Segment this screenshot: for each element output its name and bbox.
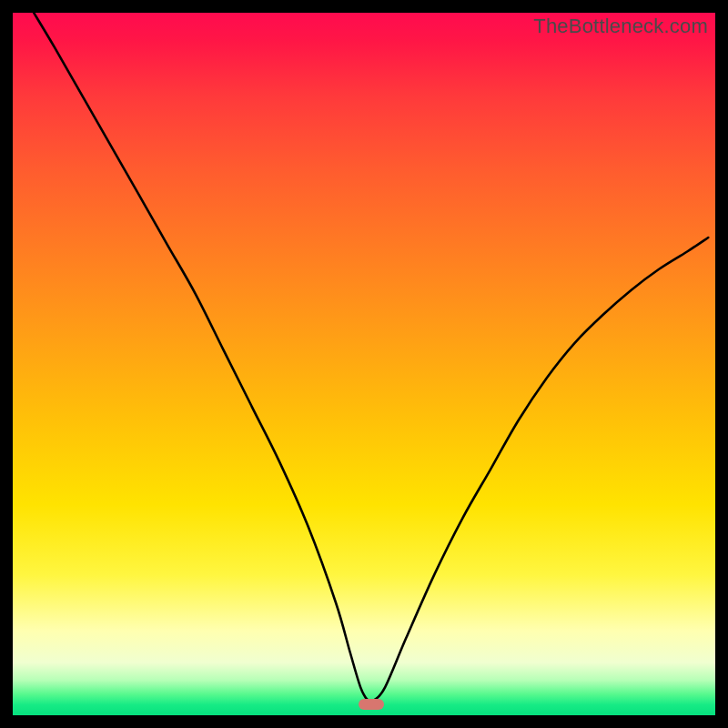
bottleneck-curve (34, 13, 708, 702)
chart-frame: TheBottleneck.com (13, 13, 715, 715)
bottleneck-curve-svg (13, 13, 715, 715)
watermark-label: TheBottleneck.com (533, 15, 708, 38)
optimal-point-marker (359, 699, 384, 710)
plot-area: TheBottleneck.com (13, 13, 715, 715)
